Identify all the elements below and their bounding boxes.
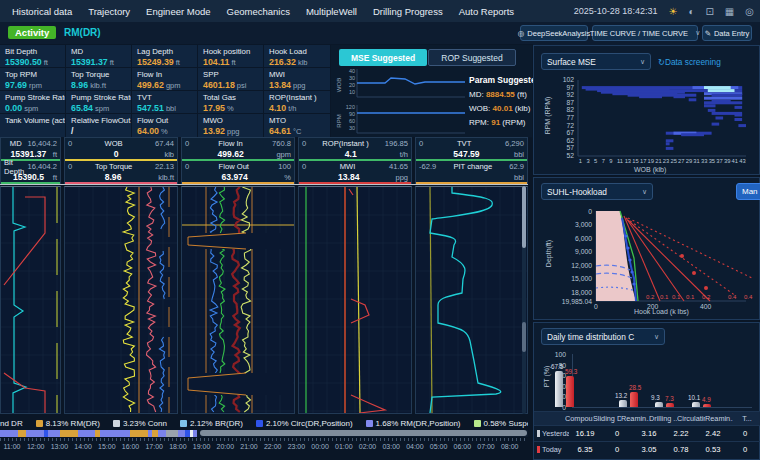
param-title: Param Suggested: — [469, 75, 531, 85]
nav-item-historical-data[interactable]: Historical data — [12, 6, 72, 17]
table-header-4: Drilling ... — [649, 414, 677, 423]
legend-pct: 0.58% — [484, 419, 507, 428]
gauge-rop-instant: ROP(Instant )4.10t/h — [264, 91, 330, 114]
table-header-row: Compou...Sliding DRReamin...Drilling ...… — [534, 411, 760, 425]
activity-segment — [100, 430, 130, 437]
sun-icon[interactable]: ☀ — [668, 6, 677, 17]
timeline-future-bar[interactable] — [200, 430, 527, 436]
gauge-flow-in: Flow In499.62gpm — [132, 68, 198, 91]
legend-item-br-dr[interactable]: 2.12% BR(DR) — [180, 419, 243, 428]
row-value: 0 — [729, 445, 760, 454]
param-rpm: RPM: 91 (RPM) — [469, 118, 531, 127]
deepseek-analysis-button[interactable]: ◎ DeepSeekAnalysis — [520, 25, 588, 41]
datetime: 2025-10-28 18:42:31 — [574, 6, 658, 16]
gauge-total-gas: Total Gas17.95% — [198, 91, 264, 114]
gauge-label: Top Torque — [71, 70, 132, 79]
legend-item-rm-dr-position[interactable]: 1.68% RM(DR,Position) — [366, 419, 461, 428]
gauge-number: 8.96 — [71, 80, 88, 90]
legend-item-rm-dr[interactable]: 8.13% RM(DR) — [36, 419, 100, 428]
table-row-today: Today6.3503.050.780.530 — [534, 441, 760, 457]
row-value: 0 — [601, 429, 633, 438]
scrollbar-thumb-2[interactable] — [522, 322, 526, 352]
scale-max: 67.44 — [155, 139, 174, 148]
friction-factor-label: 0.1 — [672, 294, 680, 300]
gauge-unit: ppg — [227, 127, 240, 136]
unit: bbl — [514, 173, 524, 182]
gauge-value: 15391.37ft — [71, 57, 132, 67]
gauge-unit: spm — [95, 104, 109, 113]
gauge-grid: Bit Depth15390.50ftMD15391.37ftLag Depth… — [0, 45, 330, 137]
scrollbar-thumb[interactable] — [522, 186, 526, 248]
chart-scrollbar[interactable] — [522, 186, 526, 414]
gauge-label: Bit Depth — [5, 47, 66, 56]
data-entry-button[interactable]: ✎ Data Entry — [702, 25, 752, 41]
track-5-curves — [416, 187, 527, 413]
table-header-1: Compou... — [565, 414, 593, 423]
nav-item-engineer-mode[interactable]: Engineer Mode — [146, 6, 210, 17]
time-label: 00:00 — [311, 443, 329, 450]
mse-ytick: 102 — [558, 76, 574, 83]
legend-item-conn[interactable]: 3.23% Conn — [113, 419, 167, 428]
bar-label-today: 28.5 — [629, 384, 641, 391]
gauge-value: 64.61°C — [269, 126, 330, 136]
curve-name: MD — [10, 139, 22, 148]
tab-mse-suggested[interactable]: MSE Suggested — [339, 49, 427, 66]
legend-item-suspend-drilling[interactable]: 0.58% Suspend(drilling) — [474, 419, 529, 428]
activity-segment — [166, 430, 178, 437]
scale-min: 0 — [185, 139, 189, 148]
time-label: 01:00 — [335, 443, 353, 450]
suhl-ytick: 9,000 — [552, 248, 592, 255]
param-unit: (klb) — [513, 104, 531, 113]
nav-item-geomechanics[interactable]: Geomechanics — [227, 6, 290, 17]
theme-icon[interactable]: ◐ — [688, 6, 694, 17]
mse-xtick: 41 — [732, 158, 738, 164]
curve-value: 499.62gpm — [182, 149, 294, 159]
mse-xtick: 9 — [609, 158, 612, 164]
row-label: Yesterday — [542, 429, 569, 438]
unit: bbl — [514, 150, 524, 159]
surface-mse-card: Surface MSE ∨ ↻Data screening RPM (RPM) … — [533, 45, 760, 175]
mse-xtick: 1 — [579, 158, 582, 164]
param-key: MD: — [469, 90, 486, 99]
nav-item-multiplewell[interactable]: MultipleWell — [306, 6, 357, 17]
scale-min: -62.9 — [419, 162, 436, 171]
about-icon[interactable]: ◎ — [745, 6, 754, 17]
legend-item-circ-dr-position[interactable]: 2.10% Circ(DR,Position) — [256, 419, 353, 428]
tab-rop-suggested[interactable]: ROP Suggested — [428, 49, 516, 66]
curve-mode-select[interactable]: TIME CURVE / TIME CURVE ∨ — [592, 25, 698, 41]
activity-badge: Activity — [8, 26, 56, 39]
table-header-3: Reamin... — [621, 414, 649, 423]
daily-table: Compou...Sliding DRReamin...Drilling ...… — [534, 411, 760, 457]
bar-label-today: 4.9 — [702, 396, 711, 403]
value: 499.62 — [185, 149, 276, 159]
gauge-bit-depth: Bit Depth15390.50ft — [0, 45, 66, 68]
gauge-value: 64.00% — [137, 126, 198, 136]
nav-item-trajectory[interactable]: Trajectory — [88, 6, 130, 17]
grid-icon[interactable]: ▦ — [725, 6, 734, 17]
track-4-curves — [299, 187, 411, 413]
param-unit: (RPM) — [500, 118, 525, 127]
time-label: 02:00 — [359, 443, 377, 450]
gauge-label: Flow Out — [137, 116, 198, 125]
gauge-label: Pump Stroke Rate#2 — [5, 93, 66, 102]
bar-label-yesterday: 13.2 — [615, 392, 627, 399]
activity-segment — [78, 430, 95, 437]
mse-ytick: 52 — [558, 152, 574, 159]
fullscreen-icon[interactable]: ⊡ — [705, 6, 713, 17]
nav-item-drilling-progress[interactable]: Drilling Progress — [373, 6, 443, 17]
gauge-value: 4601.18psi — [203, 80, 264, 90]
suhl-ytick: 3,000 — [552, 221, 592, 228]
gauge-tvt: TVT547.51bbl — [132, 91, 198, 114]
gauge-label: Pump Stroke Rate#3 — [71, 93, 132, 102]
activity-segment — [178, 430, 185, 437]
value: 4.1 — [302, 149, 400, 159]
time-label: 18:00 — [169, 443, 187, 450]
track-chart-1 — [0, 186, 61, 414]
nav-item-auto-reports[interactable]: Auto Reports — [459, 6, 514, 17]
svg-text:90: 90 — [349, 111, 355, 117]
legend-partial-item[interactable]: nd DR — [0, 419, 23, 428]
gauge-label: MD — [71, 47, 132, 56]
time-label: 04:00 — [406, 443, 424, 450]
suhl-xtick: 400 — [700, 303, 711, 310]
gauge-value: 0.00spm — [5, 103, 66, 113]
